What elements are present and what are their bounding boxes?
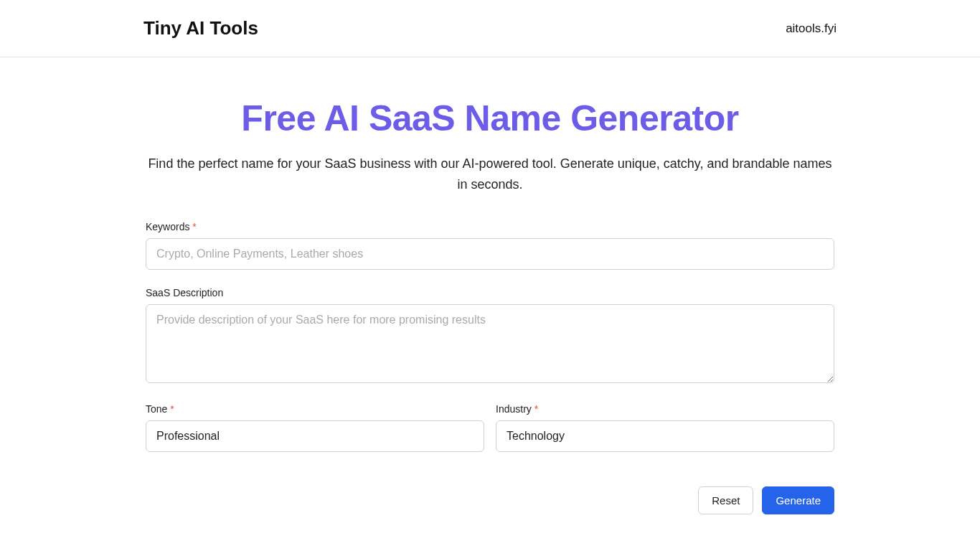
description-label: SaaS Description (146, 287, 834, 298)
description-group: SaaS Description (146, 287, 834, 386)
required-mark: * (534, 403, 538, 415)
industry-group: Industry * (496, 403, 834, 452)
keywords-group: Keywords * (146, 221, 834, 270)
hero-section: Free AI SaaS Name Generator Find the per… (146, 57, 834, 221)
tone-label: Tone * (146, 403, 484, 415)
main-container: Free AI SaaS Name Generator Find the per… (146, 57, 834, 551)
tone-select[interactable] (146, 420, 484, 452)
nav-link-aitools[interactable]: aitools.fyi (786, 22, 837, 36)
industry-select[interactable] (496, 420, 834, 452)
industry-label-text: Industry (496, 403, 532, 415)
required-mark: * (170, 403, 174, 415)
keywords-input[interactable] (146, 238, 834, 270)
keywords-label-text: Keywords (146, 221, 189, 232)
keywords-label: Keywords * (146, 221, 834, 232)
description-textarea[interactable] (146, 304, 834, 383)
page-header: Tiny AI Tools aitools.fyi (0, 0, 980, 57)
tone-label-text: Tone (146, 403, 167, 415)
tone-industry-row: Tone * Industry * (146, 403, 834, 469)
industry-select-wrapper (496, 420, 834, 452)
generate-button[interactable]: Generate (762, 486, 834, 514)
page-title: Free AI SaaS Name Generator (146, 98, 834, 139)
button-row: Reset Generate (146, 486, 834, 514)
required-mark: * (192, 221, 196, 232)
tone-group: Tone * (146, 403, 484, 452)
industry-label: Industry * (496, 403, 834, 415)
page-subtitle: Find the perfect name for your SaaS busi… (146, 154, 834, 195)
reset-button[interactable]: Reset (698, 486, 753, 514)
logo[interactable]: Tiny AI Tools (143, 17, 258, 39)
tone-select-wrapper (146, 420, 484, 452)
